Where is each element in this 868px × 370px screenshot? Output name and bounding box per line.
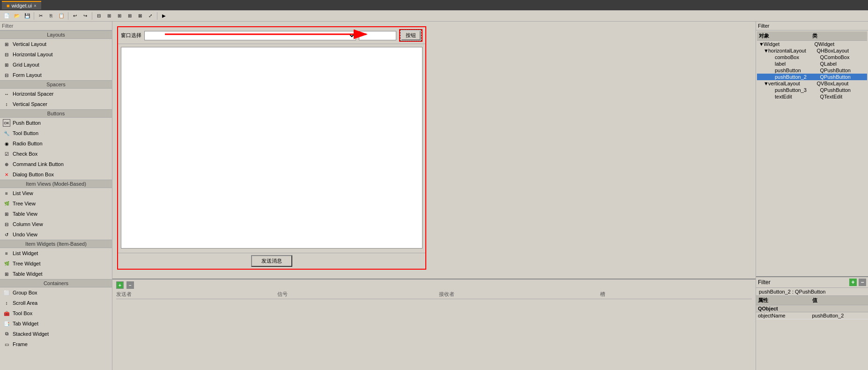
tree-class-widget: QWidget (815, 41, 866, 47)
col-slot: 槽 (600, 291, 752, 298)
bottom-toolbar: + − (116, 281, 752, 289)
center-panel: 窗口选择 按钮 (112, 22, 756, 370)
tree-class-vlayout: QVBoxLayout (817, 81, 866, 86)
horizontal-spacer-icon: ↔ (3, 90, 10, 98)
widget-item-table-widget[interactable]: ⊞ Table Widget (0, 269, 112, 279)
prop-minus-button[interactable]: − (859, 279, 866, 286)
tab-close-icon[interactable]: × (34, 3, 37, 8)
stacked-widget-icon: ⧉ (3, 330, 10, 338)
form-editor-area: 窗口选择 按钮 (112, 22, 756, 279)
widget-item-table-view[interactable]: ⊞ Table View (0, 209, 112, 219)
prop-add-button[interactable]: + (849, 279, 857, 286)
tree-row-widget[interactable]: ▼ Widget QWidget (757, 41, 867, 47)
tree-row-pushbutton2[interactable]: pushButton_2 QPushButton (757, 74, 867, 80)
widget-item-tree-view[interactable]: 🌿 Tree View (0, 198, 112, 209)
tree-row-textedit[interactable]: textEdit QTextEdit (757, 93, 867, 100)
open-button[interactable]: 📂 (12, 12, 22, 20)
tool-box-icon: 🧰 (3, 310, 10, 317)
widget-item-horizontal-layout[interactable]: ⊟ Horizontal Layout (0, 49, 112, 60)
tree-row-label[interactable]: label QLabel (757, 60, 867, 67)
tree-row-pushbutton1[interactable]: pushButton QPushButton (757, 67, 867, 74)
widget-item-label: Tool Button (13, 130, 38, 136)
widget-item-push-button[interactable]: OK Push Button (0, 118, 112, 128)
tree-node-combobox: comboBox (775, 54, 820, 60)
tree-expand-widget[interactable]: ▼ (759, 41, 764, 47)
tree-row-vlayout[interactable]: ▼ verticalLayout QVBoxLayout (757, 80, 867, 87)
tree-node-pushbutton2: pushButton_2 (775, 74, 820, 80)
widget-item-label: Horizontal Layout (13, 52, 53, 57)
tab-icon: ■ (7, 3, 10, 8)
tree-class-hlayout: QHBoxLayout (817, 48, 866, 53)
undo-button[interactable]: ↩ (70, 12, 80, 20)
widget-top-row: 窗口选择 按钮 (118, 27, 425, 44)
widget-item-check-box[interactable]: ☑ Check Box (0, 149, 112, 159)
copy-button[interactable]: ⎘ (46, 12, 56, 20)
widget-item-undo-view[interactable]: ↺ Undo View (0, 229, 112, 240)
widget-item-list-view[interactable]: ≡ List View (0, 188, 112, 198)
widget-item-vertical-layout[interactable]: ⊞ Vertical Layout (0, 39, 112, 49)
widget-item-column-view[interactable]: ⊟ Column View (0, 219, 112, 229)
widget-item-tab-widget[interactable]: 📑 Tab Widget (0, 318, 112, 329)
widget-item-list-widget[interactable]: ≡ List Widget (0, 248, 112, 258)
input-field-1[interactable] (359, 31, 396, 40)
widget-item-tool-box[interactable]: 🧰 Tool Box (0, 308, 112, 318)
tree-expand-vlayout[interactable]: ▼ (764, 81, 768, 86)
widget-item-label: Stacked Widget (13, 331, 49, 337)
prop-title: pushButton_2 : QPushButton (756, 288, 868, 296)
section-buttons: Buttons (0, 109, 112, 118)
widget-item-scroll-area[interactable]: ↕ Scroll Area (0, 298, 112, 308)
widget-item-form-layout[interactable]: ⊟ Form Layout (0, 70, 112, 80)
tree-row-hlayout[interactable]: ▼ horizontalLayout QHBoxLayout (757, 47, 867, 54)
widget-item-frame[interactable]: ▭ Frame (0, 339, 112, 349)
left-filter-label: Filter (2, 23, 13, 29)
layout-h-button[interactable]: ⊟ (94, 12, 104, 20)
editor-tab[interactable]: ■ widget.ui × (2, 1, 41, 9)
minus-icon: − (129, 283, 132, 288)
new-button[interactable]: 📄 (2, 12, 11, 20)
save-button[interactable]: 💾 (22, 12, 32, 20)
tree-row-pushbutton3[interactable]: pushButton_3 QPushButton (757, 87, 867, 93)
widget-item-label: Push Button (13, 120, 41, 126)
send-button[interactable]: 发送消息 (251, 255, 292, 267)
widget-item-tree-widget[interactable]: 🌿 Tree Widget (0, 258, 112, 269)
widget-item-horizontal-spacer[interactable]: ↔ Horizontal Spacer (0, 89, 112, 99)
combobox-widget[interactable] (144, 31, 356, 40)
cut-button[interactable]: ✂ (36, 12, 45, 20)
tree-header: 对象 类 (757, 31, 867, 41)
section-item-widgets: Item Widgets (Item-Based) (0, 240, 112, 248)
widget-item-stacked-widget[interactable]: ⧉ Stacked Widget (0, 329, 112, 339)
tree-class-combobox: QComboBox (820, 54, 866, 60)
horizontal-layout-icon: ⊟ (3, 51, 10, 58)
remove-connection-button[interactable]: − (126, 281, 134, 289)
widget-item-label: List View (13, 190, 33, 196)
widget-item-radio-button[interactable]: ◉ Radio Button (0, 138, 112, 149)
widget-box-panel: Filter Layouts ⊞ Vertical Layout ⊟ Horiz… (0, 22, 112, 370)
adjust-size-button[interactable]: ⤢ (146, 12, 155, 20)
widget-item-command-link-button[interactable]: ⊕ Command Link Button (0, 159, 112, 169)
grid-layout-icon: ⊞ (3, 61, 10, 68)
widget-item-dialog-button-box[interactable]: ✕ Dialog Button Box (0, 169, 112, 180)
frame-icon: ▭ (3, 340, 10, 348)
layout-f-button[interactable]: ⊞ (125, 12, 134, 20)
break-layout-button[interactable]: ⊠ (135, 12, 145, 20)
add-connection-button[interactable]: + (116, 281, 124, 289)
layout-g-button[interactable]: ⊞ (115, 12, 124, 20)
text-edit-widget[interactable] (121, 47, 423, 249)
widget-item-group-box[interactable]: ⬜ Group Box (0, 287, 112, 298)
redo-button[interactable]: ↪ (81, 12, 90, 20)
widget-item-tool-button[interactable]: 🔧 Tool Button (0, 128, 112, 138)
section-item-views: Item Views (Model-Based) (0, 180, 112, 188)
widget-item-vertical-spacer[interactable]: ↕ Vertical Spacer (0, 99, 112, 109)
check-box-icon: ☑ (3, 150, 10, 158)
tree-expand-hlayout[interactable]: ▼ (764, 48, 768, 53)
widget-form[interactable]: 窗口选择 按钮 (117, 26, 426, 270)
preview-button[interactable]: ▶ (159, 12, 169, 20)
tree-row-combobox[interactable]: comboBox QComboBox (757, 54, 867, 60)
prop-row-objectname[interactable]: objectName pushButton_2 (756, 312, 868, 319)
widget-item-label: List Widget (13, 250, 38, 256)
paste-button[interactable]: 📋 (57, 12, 66, 20)
layout-v-button[interactable]: ⊞ (104, 12, 114, 20)
widget-item-grid-layout[interactable]: ⊞ Grid Layout (0, 60, 112, 70)
prop-header-val: 值 (812, 297, 867, 304)
push-button-2[interactable]: 按钮 (401, 30, 421, 40)
